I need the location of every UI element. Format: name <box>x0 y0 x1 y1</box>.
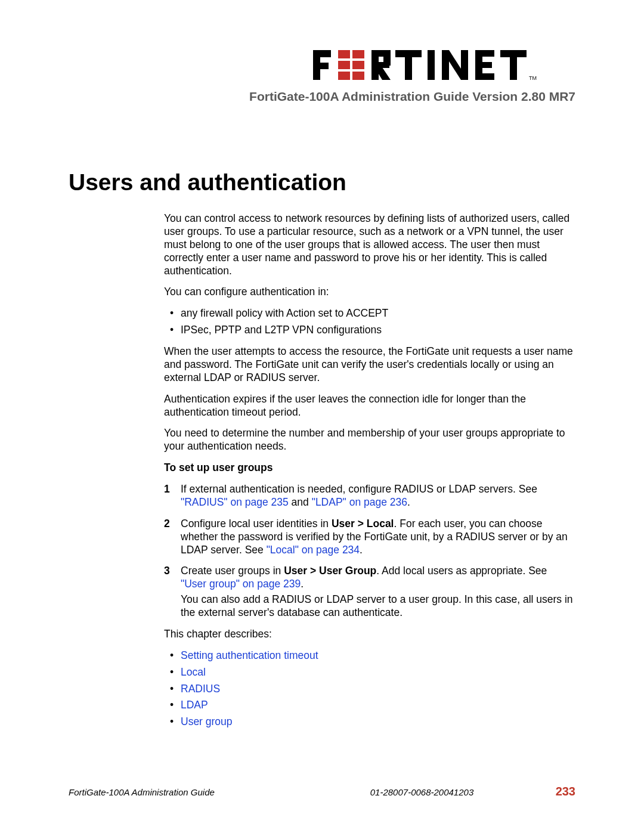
link-auth-timeout[interactable]: Setting authentication timeout <box>181 649 318 661</box>
para-intro: You can control access to network resour… <box>164 212 575 277</box>
svg-rect-5 <box>338 61 350 69</box>
doc-subtitle: FortiGate-100A Administration Guide Vers… <box>69 89 575 104</box>
step-text: and <box>289 496 312 508</box>
svg-rect-3 <box>338 50 350 58</box>
chapter-title: Users and authentication <box>69 169 575 196</box>
step-item: 1 If external authentication is needed, … <box>164 483 575 509</box>
bullet-item: IPSec, PPTP and L2TP VPN configurations <box>164 324 575 337</box>
para-attempt: When the user attempts to access the res… <box>164 345 575 385</box>
footer-mid: 01-28007-0068-20041203 <box>304 787 540 797</box>
link-usergroup-page[interactable]: "User group" on page 239 <box>181 578 301 590</box>
link-radius[interactable]: RADIUS <box>181 683 220 695</box>
svg-rect-25 <box>510 50 517 80</box>
bullet-item: User group <box>164 716 575 729</box>
para-config-in: You can configure authentication in: <box>164 286 575 299</box>
link-local[interactable]: Local <box>181 666 206 678</box>
step-text: . Add local users as appropriate. See <box>376 565 547 577</box>
step-text: . <box>301 578 304 590</box>
step-item: 2 Configure local user identities in Use… <box>164 518 575 557</box>
setup-heading: To set up user groups <box>164 462 575 475</box>
page-footer: FortiGate-100A Administration Guide 01-2… <box>69 785 575 798</box>
svg-rect-21 <box>475 50 494 57</box>
page-number: 233 <box>540 785 575 798</box>
footer-left: FortiGate-100A Administration Guide <box>69 787 304 797</box>
svg-rect-7 <box>338 72 350 80</box>
step-number: 1 <box>164 483 170 496</box>
step-number: 3 <box>164 565 170 578</box>
logo-wrap: TM <box>69 48 575 85</box>
body-content: You can control access to network resour… <box>164 212 575 729</box>
link-usergroup[interactable]: User group <box>181 716 233 727</box>
step-number: 2 <box>164 518 170 531</box>
menu-path: User > Local <box>332 518 394 529</box>
step-text: Configure local user identities in <box>181 518 332 529</box>
bullet-item: Setting authentication timeout <box>164 649 575 662</box>
bullet-item: RADIUS <box>164 683 575 696</box>
config-bullets: any firewall policy with Action set to A… <box>164 307 575 337</box>
para-describes: This chapter describes: <box>164 628 575 641</box>
setup-steps: 1 If external authentication is needed, … <box>164 483 575 620</box>
svg-rect-2 <box>313 63 329 69</box>
step-subpara: You can also add a RADIUS or LDAP server… <box>181 593 575 620</box>
svg-rect-6 <box>352 61 364 69</box>
svg-rect-15 <box>405 50 412 80</box>
chapter-links-list: Setting authentication timeout Local RAD… <box>164 649 575 729</box>
step-item: 3 Create user groups in User > User Grou… <box>164 565 575 620</box>
step-text: . <box>360 544 363 556</box>
step-text: . <box>407 496 410 508</box>
link-ldap-page[interactable]: "LDAP" on page 236 <box>312 496 407 508</box>
bullet-item: any firewall policy with Action set to A… <box>164 307 575 320</box>
svg-rect-22 <box>475 62 492 68</box>
link-ldap[interactable]: LDAP <box>181 699 208 711</box>
menu-path: User > User Group <box>284 565 376 577</box>
svg-rect-4 <box>352 50 364 58</box>
step-text: Create user groups in <box>181 565 284 577</box>
svg-rect-23 <box>475 73 494 80</box>
step-text: If external authentication is needed, co… <box>181 483 537 495</box>
bullet-item: Local <box>164 666 575 679</box>
para-determine: You need to determine the number and mem… <box>164 427 575 453</box>
svg-text:TM: TM <box>529 75 537 81</box>
page: TM FortiGate-100A Administration Guide V… <box>0 0 644 833</box>
link-local-page[interactable]: "Local" on page 234 <box>267 544 360 556</box>
bullet-item: LDAP <box>164 699 575 712</box>
svg-rect-8 <box>352 72 364 80</box>
fortinet-logo: TM <box>313 48 575 82</box>
svg-rect-16 <box>428 50 435 80</box>
link-radius-page[interactable]: "RADIUS" on page 235 <box>181 496 289 508</box>
para-expire: Authentication expires if the user leave… <box>164 393 575 419</box>
